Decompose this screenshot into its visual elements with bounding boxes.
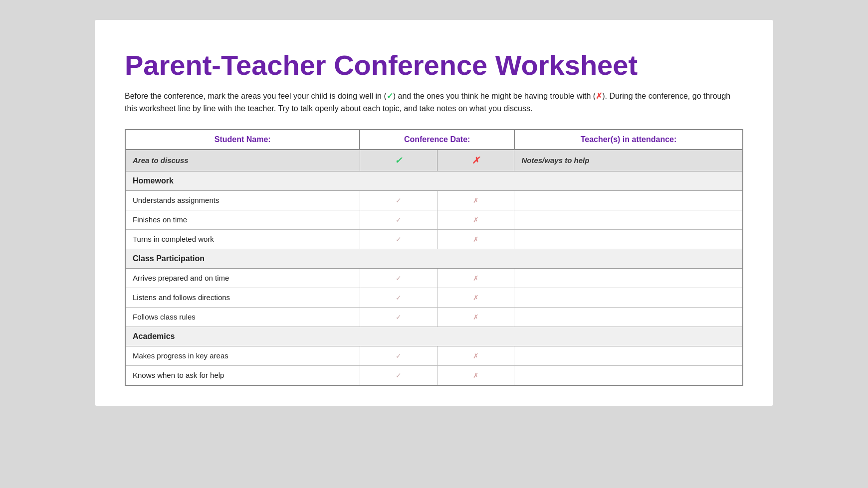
x-icon: ✗ (473, 313, 479, 321)
check-symbol: ✓ (387, 92, 393, 100)
x-icon: ✗ (473, 352, 479, 360)
header-x-icon: ✗ (472, 156, 479, 165)
check-icon: ✓ (396, 235, 402, 243)
table-row: Follows class rules ✓ ✗ (125, 307, 743, 326)
area-cell: Makes progress in key areas (125, 346, 360, 365)
table-row: Knows when to ask for help ✓ ✗ (125, 365, 743, 385)
x-cell[interactable]: ✗ (437, 268, 514, 288)
x-cell[interactable]: ✗ (437, 346, 514, 365)
section-label: Homework (125, 171, 743, 190)
teacher-header: Teacher(s) in attendance: (514, 130, 743, 150)
notes-cell[interactable] (514, 288, 743, 307)
x-symbol: ✗ (596, 92, 602, 100)
check-cell[interactable]: ✓ (360, 365, 437, 385)
check-cell[interactable]: ✓ (360, 190, 437, 210)
check-cell[interactable]: ✓ (360, 346, 437, 365)
table-header-row: Student Name: Conference Date: Teacher(s… (125, 130, 743, 150)
header-check-icon: ✓ (395, 156, 402, 165)
worksheet-table: Student Name: Conference Date: Teacher(s… (125, 129, 743, 386)
section-header-class-participation: Class Participation (125, 249, 743, 268)
check-icon: ✓ (396, 216, 402, 224)
check-cell[interactable]: ✓ (360, 229, 437, 249)
section-header-academics: Academics (125, 326, 743, 346)
area-cell: Knows when to ask for help (125, 365, 360, 385)
area-cell: Listens and follows directions (125, 288, 360, 307)
page-title: Parent-Teacher Conference Worksheet (125, 50, 743, 81)
x-cell[interactable]: ✗ (437, 288, 514, 307)
check-cell[interactable]: ✓ (360, 268, 437, 288)
area-cell: Turns in completed work (125, 229, 360, 249)
notes-cell[interactable] (514, 268, 743, 288)
area-cell: Arrives prepared and on time (125, 268, 360, 288)
notes-cell[interactable] (514, 346, 743, 365)
x-icon: ✗ (473, 294, 479, 302)
intro-paragraph: Before the conference, mark the areas yo… (125, 90, 743, 115)
notes-cell[interactable] (514, 190, 743, 210)
table-row: Makes progress in key areas ✓ ✗ (125, 346, 743, 365)
area-col-header: Area to discuss (125, 150, 360, 171)
conference-date-header: Conference Date: (360, 130, 514, 150)
table-row: Finishes on time ✓ ✗ (125, 210, 743, 229)
check-icon: ✓ (396, 352, 402, 360)
worksheet-page: Parent-Teacher Conference Worksheet Befo… (95, 20, 773, 406)
check-icon: ✓ (396, 313, 402, 321)
notes-cell[interactable] (514, 307, 743, 326)
x-icon: ✗ (473, 216, 479, 224)
area-cell: Finishes on time (125, 210, 360, 229)
section-header-homework: Homework (125, 171, 743, 190)
check-icon: ✓ (396, 274, 402, 282)
x-cell[interactable]: ✗ (437, 365, 514, 385)
table-row: Arrives prepared and on time ✓ ✗ (125, 268, 743, 288)
check-icon: ✓ (396, 371, 402, 379)
intro-text-part1: Before the conference, mark the areas yo… (125, 92, 387, 100)
intro-text-part2: ) and the ones you think he might be hav… (393, 92, 596, 100)
table-row: Listens and follows directions ✓ ✗ (125, 288, 743, 307)
notes-cell[interactable] (514, 365, 743, 385)
notes-col-header: Notes/ways to help (514, 150, 743, 171)
check-cell[interactable]: ✓ (360, 210, 437, 229)
section-label: Academics (125, 326, 743, 346)
col-header-row: Area to discuss ✓ ✗ Notes/ways to help (125, 150, 743, 171)
table-row: Understands assignments ✓ ✗ (125, 190, 743, 210)
check-icon: ✓ (396, 196, 402, 204)
table-row: Turns in completed work ✓ ✗ (125, 229, 743, 249)
check-cell[interactable]: ✓ (360, 288, 437, 307)
student-name-header: Student Name: (125, 130, 360, 150)
check-icon: ✓ (396, 294, 402, 302)
x-cell[interactable]: ✗ (437, 210, 514, 229)
check-col-header: ✓ (360, 150, 437, 171)
notes-cell[interactable] (514, 210, 743, 229)
area-cell: Follows class rules (125, 307, 360, 326)
notes-cell[interactable] (514, 229, 743, 249)
x-cell[interactable]: ✗ (437, 307, 514, 326)
x-cell[interactable]: ✗ (437, 229, 514, 249)
x-icon: ✗ (473, 371, 479, 379)
x-cell[interactable]: ✗ (437, 190, 514, 210)
x-icon: ✗ (473, 274, 479, 282)
x-icon: ✗ (473, 196, 479, 204)
area-cell: Understands assignments (125, 190, 360, 210)
check-cell[interactable]: ✓ (360, 307, 437, 326)
x-icon: ✗ (473, 235, 479, 243)
section-label: Class Participation (125, 249, 743, 268)
x-col-header: ✗ (437, 150, 514, 171)
